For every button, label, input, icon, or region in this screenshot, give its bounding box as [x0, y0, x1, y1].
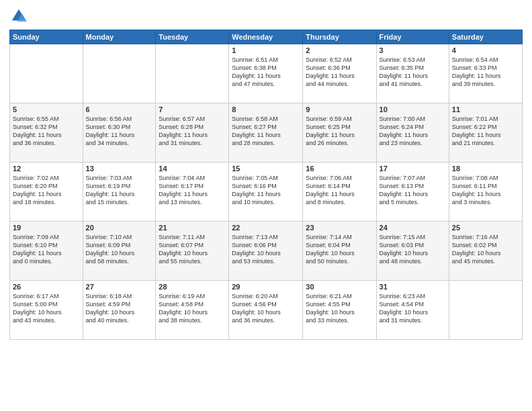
calendar-cell: 3Sunrise: 6:53 AM Sunset: 6:35 PM Daylig… — [376, 44, 449, 103]
cell-content: Sunrise: 6:19 AM Sunset: 4:58 PM Dayligh… — [159, 292, 226, 325]
cell-content: Sunrise: 6:55 AM Sunset: 6:32 PM Dayligh… — [13, 115, 80, 148]
calendar-header-row: SundayMondayTuesdayWednesdayThursdayFrid… — [10, 30, 523, 44]
cell-content: Sunrise: 6:54 AM Sunset: 6:33 PM Dayligh… — [452, 56, 519, 89]
calendar-cell — [449, 281, 522, 340]
calendar-cell: 12Sunrise: 7:02 AM Sunset: 6:20 PM Dayli… — [10, 163, 83, 222]
col-header-thursday: Thursday — [303, 30, 376, 44]
day-number: 15 — [232, 165, 300, 173]
calendar-cell: 31Sunrise: 6:23 AM Sunset: 4:54 PM Dayli… — [376, 281, 449, 340]
day-number: 21 — [159, 224, 226, 232]
calendar-cell: 10Sunrise: 7:00 AM Sunset: 6:24 PM Dayli… — [376, 103, 449, 163]
cell-content: Sunrise: 6:21 AM Sunset: 4:55 PM Dayligh… — [306, 292, 373, 325]
calendar-cell: 1Sunrise: 6:51 AM Sunset: 6:38 PM Daylig… — [229, 44, 303, 103]
cell-content: Sunrise: 7:05 AM Sunset: 6:16 PM Dayligh… — [232, 174, 300, 207]
cell-content: Sunrise: 7:06 AM Sunset: 6:14 PM Dayligh… — [306, 174, 373, 207]
calendar-cell: 7Sunrise: 6:57 AM Sunset: 6:28 PM Daylig… — [156, 103, 229, 163]
cell-content: Sunrise: 6:59 AM Sunset: 6:25 PM Dayligh… — [306, 115, 373, 148]
header — [9, 7, 523, 26]
day-number: 6 — [86, 105, 153, 113]
calendar-cell: 30Sunrise: 6:21 AM Sunset: 4:55 PM Dayli… — [303, 281, 376, 340]
cell-content: Sunrise: 7:02 AM Sunset: 6:20 PM Dayligh… — [13, 174, 80, 207]
calendar-table: SundayMondayTuesdayWednesdayThursdayFrid… — [9, 30, 523, 340]
day-number: 22 — [232, 224, 300, 232]
calendar-cell: 6Sunrise: 6:56 AM Sunset: 6:30 PM Daylig… — [83, 103, 156, 163]
cell-content: Sunrise: 7:03 AM Sunset: 6:19 PM Dayligh… — [86, 174, 153, 207]
day-number: 25 — [452, 224, 519, 232]
day-number: 14 — [159, 165, 226, 173]
day-number: 11 — [452, 105, 519, 113]
calendar-cell: 26Sunrise: 6:17 AM Sunset: 5:00 PM Dayli… — [10, 281, 83, 340]
week-row-3: 19Sunrise: 7:09 AM Sunset: 6:10 PM Dayli… — [10, 222, 523, 281]
logo-icon — [9, 7, 28, 26]
day-number: 13 — [86, 165, 153, 173]
day-number: 31 — [380, 283, 446, 291]
day-number: 17 — [380, 165, 446, 173]
calendar-cell: 21Sunrise: 7:11 AM Sunset: 6:07 PM Dayli… — [156, 222, 229, 281]
cell-content: Sunrise: 6:53 AM Sunset: 6:35 PM Dayligh… — [380, 56, 446, 89]
col-header-monday: Monday — [83, 30, 156, 44]
cell-content: Sunrise: 7:13 AM Sunset: 6:06 PM Dayligh… — [232, 233, 300, 266]
day-number: 16 — [306, 165, 373, 173]
cell-content: Sunrise: 6:57 AM Sunset: 6:28 PM Dayligh… — [159, 115, 226, 148]
calendar-cell: 15Sunrise: 7:05 AM Sunset: 6:16 PM Dayli… — [229, 163, 303, 222]
day-number: 29 — [232, 283, 300, 291]
page: SundayMondayTuesdayWednesdayThursdayFrid… — [0, 0, 532, 411]
calendar-cell: 20Sunrise: 7:10 AM Sunset: 6:09 PM Dayli… — [83, 222, 156, 281]
day-number: 3 — [380, 46, 446, 54]
cell-content: Sunrise: 7:00 AM Sunset: 6:24 PM Dayligh… — [380, 115, 446, 148]
cell-content: Sunrise: 7:09 AM Sunset: 6:10 PM Dayligh… — [13, 233, 80, 266]
cell-content: Sunrise: 6:56 AM Sunset: 6:30 PM Dayligh… — [86, 115, 153, 148]
calendar-cell: 16Sunrise: 7:06 AM Sunset: 6:14 PM Dayli… — [303, 163, 376, 222]
day-number: 8 — [232, 105, 300, 113]
calendar-cell: 19Sunrise: 7:09 AM Sunset: 6:10 PM Dayli… — [10, 222, 83, 281]
calendar-cell — [156, 44, 229, 103]
calendar-cell: 22Sunrise: 7:13 AM Sunset: 6:06 PM Dayli… — [229, 222, 303, 281]
cell-content: Sunrise: 7:07 AM Sunset: 6:13 PM Dayligh… — [380, 174, 446, 207]
calendar-cell: 23Sunrise: 7:14 AM Sunset: 6:04 PM Dayli… — [303, 222, 376, 281]
calendar-cell: 18Sunrise: 7:08 AM Sunset: 6:11 PM Dayli… — [449, 163, 522, 222]
calendar-cell — [83, 44, 156, 103]
calendar-cell: 17Sunrise: 7:07 AM Sunset: 6:13 PM Dayli… — [376, 163, 449, 222]
day-number: 24 — [380, 224, 446, 232]
calendar-cell — [10, 44, 83, 103]
cell-content: Sunrise: 7:01 AM Sunset: 6:22 PM Dayligh… — [452, 115, 519, 148]
day-number: 7 — [159, 105, 226, 113]
week-row-2: 12Sunrise: 7:02 AM Sunset: 6:20 PM Dayli… — [10, 163, 523, 222]
calendar-cell: 25Sunrise: 7:16 AM Sunset: 6:02 PM Dayli… — [449, 222, 522, 281]
col-header-wednesday: Wednesday — [229, 30, 303, 44]
day-number: 9 — [306, 105, 373, 113]
logo — [9, 7, 31, 26]
col-header-sunday: Sunday — [10, 30, 83, 44]
day-number: 2 — [306, 46, 373, 54]
cell-content: Sunrise: 7:10 AM Sunset: 6:09 PM Dayligh… — [86, 233, 153, 266]
cell-content: Sunrise: 6:51 AM Sunset: 6:38 PM Dayligh… — [232, 56, 300, 89]
day-number: 10 — [380, 105, 446, 113]
calendar-cell: 27Sunrise: 6:18 AM Sunset: 4:59 PM Dayli… — [83, 281, 156, 340]
calendar-cell: 9Sunrise: 6:59 AM Sunset: 6:25 PM Daylig… — [303, 103, 376, 163]
col-header-tuesday: Tuesday — [156, 30, 229, 44]
day-number: 23 — [306, 224, 373, 232]
day-number: 26 — [13, 283, 80, 291]
col-header-friday: Friday — [376, 30, 449, 44]
day-number: 20 — [86, 224, 153, 232]
cell-content: Sunrise: 6:17 AM Sunset: 5:00 PM Dayligh… — [13, 292, 80, 325]
week-row-0: 1Sunrise: 6:51 AM Sunset: 6:38 PM Daylig… — [10, 44, 523, 103]
day-number: 1 — [232, 46, 300, 54]
cell-content: Sunrise: 7:08 AM Sunset: 6:11 PM Dayligh… — [452, 174, 519, 207]
week-row-4: 26Sunrise: 6:17 AM Sunset: 5:00 PM Dayli… — [10, 281, 523, 340]
cell-content: Sunrise: 6:58 AM Sunset: 6:27 PM Dayligh… — [232, 115, 300, 148]
cell-content: Sunrise: 7:15 AM Sunset: 6:03 PM Dayligh… — [380, 233, 446, 266]
day-number: 30 — [306, 283, 373, 291]
day-number: 19 — [13, 224, 80, 232]
calendar-cell: 14Sunrise: 7:04 AM Sunset: 6:17 PM Dayli… — [156, 163, 229, 222]
week-row-1: 5Sunrise: 6:55 AM Sunset: 6:32 PM Daylig… — [10, 103, 523, 163]
calendar-cell: 28Sunrise: 6:19 AM Sunset: 4:58 PM Dayli… — [156, 281, 229, 340]
cell-content: Sunrise: 6:52 AM Sunset: 6:36 PM Dayligh… — [306, 56, 373, 89]
calendar-cell: 24Sunrise: 7:15 AM Sunset: 6:03 PM Dayli… — [376, 222, 449, 281]
day-number: 18 — [452, 165, 519, 173]
cell-content: Sunrise: 6:23 AM Sunset: 4:54 PM Dayligh… — [380, 292, 446, 325]
calendar-cell: 11Sunrise: 7:01 AM Sunset: 6:22 PM Dayli… — [449, 103, 522, 163]
cell-content: Sunrise: 7:14 AM Sunset: 6:04 PM Dayligh… — [306, 233, 373, 266]
cell-content: Sunrise: 7:04 AM Sunset: 6:17 PM Dayligh… — [159, 174, 226, 207]
day-number: 27 — [86, 283, 153, 291]
